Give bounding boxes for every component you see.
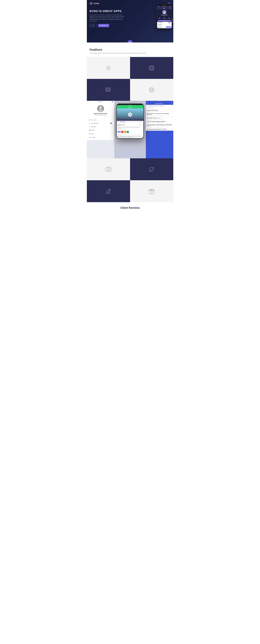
left-nav-top-stories-label: Top stories xyxy=(91,119,97,120)
comment-count-label: 1 comment xyxy=(117,134,143,135)
hero-phone-mockup: AT&T 4:17 PM 100% ‹ Title 🔍 Samantha Ayr… xyxy=(157,4,172,28)
article-text: The sight of the tumblers restored Bob S… xyxy=(117,126,143,129)
comment-section: 1 comment This I have produced as a scan… xyxy=(117,134,143,138)
phone-stat-following-label: FOLLOWING xyxy=(163,18,166,19)
center-article: Spirit Chile 8 days ago The sight of the… xyxy=(117,123,143,134)
grid-cell-gear xyxy=(87,57,130,79)
center-video-player[interactable]: ⏸ xyxy=(117,108,143,121)
phone-status-carrier: AT&T xyxy=(158,6,160,7)
center-header-title: Video xyxy=(128,107,131,108)
right-header: ≡ Designer News 🔍 xyxy=(146,102,173,105)
svg-rect-6 xyxy=(150,66,154,70)
phone-twitter-label: TWITTER xyxy=(158,26,162,28)
phone-facebook-label: FACEBOOK xyxy=(158,22,163,23)
hero-dot-2[interactable] xyxy=(172,21,173,22)
hero-dot-1[interactable] xyxy=(172,20,173,20)
play-pause-button[interactable]: ⏸ xyxy=(128,112,132,117)
right-news-item-2: Design+Code Giveaway 46 points and 24 co… xyxy=(146,109,173,112)
showcase-center-phone: ••• 10:18 AM ▮ ≡ Video ⏸ 23:12 78:02 ⛶ S… xyxy=(116,104,144,139)
left-nav-new-story[interactable]: + New story xyxy=(87,125,114,128)
grid-cell-camera xyxy=(87,158,130,180)
center-header: ≡ Video xyxy=(117,106,143,108)
left-avatar xyxy=(97,105,104,112)
center-time-current: 23:12 xyxy=(117,121,119,122)
right-news-source-1: — Courtesy Mike S. xyxy=(147,107,172,108)
center-status-bar: ••• 10:18 AM ▮ xyxy=(117,105,143,106)
svg-point-10 xyxy=(107,89,107,90)
chip-icon xyxy=(148,64,156,72)
gear-icon xyxy=(104,64,112,72)
share-button[interactable]: ↗ xyxy=(127,131,129,133)
refresh-icon xyxy=(148,165,156,174)
profile-icon xyxy=(89,130,90,131)
pencil-icon xyxy=(104,187,112,195)
apps-button[interactable]: APPS xyxy=(90,24,97,27)
phone-avatar xyxy=(163,10,166,14)
reviews-section: Client Reviews xyxy=(87,202,173,214)
right-news-meta-4: 10 points and 12 comments · 15 hrs ago f… xyxy=(147,119,172,120)
feature-section: Feathure I will be talking about design,… xyxy=(87,42,173,57)
progress-fill xyxy=(120,122,125,122)
svg-point-17 xyxy=(89,130,90,131)
svg-rect-8 xyxy=(106,88,110,91)
right-status-dots: ••• xyxy=(147,101,148,102)
left-nav-recent-stories[interactable]: ◷ Recent stories 3 xyxy=(87,122,114,125)
phone-linkedin-label: LINKEDIN xyxy=(158,24,162,25)
svg-point-21 xyxy=(110,168,111,168)
right-status-time: 10:18 AM xyxy=(158,101,161,102)
article-likes: ♥ 19 xyxy=(121,129,122,130)
hero-title: ECNO IS GREAT APPS xyxy=(90,10,125,13)
gift-icon xyxy=(148,187,156,195)
right-news-title-6: Show DN: GitBook - Build using Github an… xyxy=(147,124,172,126)
right-news-link-1[interactable]: https://www.youtube.com/watch?v=qmDK2Cm2… xyxy=(147,105,172,106)
right-news-item-5: "Ask DN:" Project Management Systems 15 … xyxy=(146,120,173,124)
phone-linkedin-row: LINKEDIN xyxy=(157,24,172,26)
grid-cell-pencil xyxy=(87,180,130,202)
grid-section-1 xyxy=(87,57,173,101)
save-button[interactable]: SAVE xyxy=(117,131,121,132)
hero-content: ECNO IS GREAT APPS Almost everyday I rec… xyxy=(90,10,125,27)
star-button[interactable]: ★ xyxy=(124,131,126,133)
article-actions: SAVE ♥ ★ ↗ xyxy=(117,131,143,133)
right-news-title-3: Sketch Measure - A messure tool for Sket… xyxy=(147,113,172,115)
comment-avatar xyxy=(117,136,119,137)
center-time-total: 78:02 xyxy=(139,121,141,122)
phone-facebook-toggle[interactable] xyxy=(169,22,171,23)
left-nav-recent-stories-label: Recent stories xyxy=(91,123,98,124)
svg-point-2 xyxy=(164,11,165,12)
article-author: Spirit Chile xyxy=(120,124,125,125)
hero-buttons: APPS DOWNLOAD xyxy=(90,24,125,27)
right-menu-icon[interactable]: ≡ xyxy=(147,103,148,104)
svg-point-3 xyxy=(163,12,165,14)
right-status-bar: ••• 10:18 AM ▮ xyxy=(146,101,173,102)
hero-dot-3[interactable] xyxy=(172,22,173,23)
logo[interactable]: ECNO xyxy=(90,2,99,5)
phone-linkedin-toggle[interactable] xyxy=(169,24,171,25)
phone-find-friend-button[interactable]: FIND FRIEND xyxy=(158,20,171,21)
right-news-meta-5: 15 points and 31 comments · 1 day ago fr… xyxy=(147,122,172,123)
left-nav-profile[interactable]: Profile xyxy=(87,128,114,132)
phone-search-icon[interactable]: 🔍 xyxy=(169,8,171,9)
right-news-meta-2: 46 points and 24 comments · 17 hrs ago f… xyxy=(147,111,172,112)
left-nav-settings[interactable]: ⚙ Settings xyxy=(87,136,114,139)
svg-rect-19 xyxy=(106,168,111,171)
phone-twitter-connect-button[interactable]: CONNECT xyxy=(166,26,171,28)
left-nav-top-stories[interactable]: ◉ Top stories xyxy=(87,118,114,122)
phone-stat-followers-label: FOLLOWERS xyxy=(158,18,161,19)
showcase-left-panel: ••• 10:18 AM ▮▮▮ Raquel Román Parrado De… xyxy=(87,101,114,158)
article-views: 👁 7863 xyxy=(117,129,120,130)
left-profile-title: Designer at WebComrades xyxy=(95,114,106,116)
right-header-title: Designer News xyxy=(155,103,163,104)
right-search-icon[interactable]: 🔍 xyxy=(171,103,172,104)
left-status-time: 10:18 AM xyxy=(98,101,102,102)
download-button[interactable]: DOWNLOAD xyxy=(98,24,109,27)
article-comments-count: 💬 1 xyxy=(123,129,124,130)
article-avatar xyxy=(117,124,120,126)
expand-icon[interactable]: ⛶ xyxy=(142,121,143,122)
left-nav-jobs[interactable]: Jobs xyxy=(87,132,114,136)
progress-track[interactable] xyxy=(120,122,139,122)
phone-profile-location: London, UK xyxy=(158,15,171,16)
left-status-battery: ▮▮▮ xyxy=(112,101,113,102)
phone-back-icon[interactable]: ‹ xyxy=(158,8,158,9)
heart-button[interactable]: ♥ xyxy=(121,131,123,133)
